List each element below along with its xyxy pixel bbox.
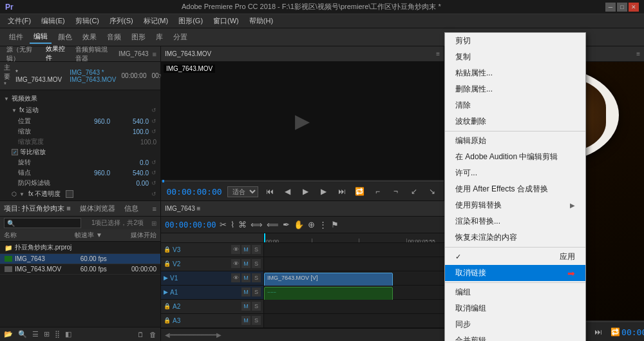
scale-label[interactable]: 缩放: [18, 127, 110, 136]
new-bin-button[interactable]: 📂: [3, 329, 14, 340]
workspace-tab-assembly[interactable]: 组件: [5, 31, 27, 43]
source-overwrite[interactable]: ↘: [426, 185, 439, 198]
ctx-replace-clip[interactable]: 使用剪辑替换▶: [445, 197, 585, 213]
info-tab[interactable]: 信息: [124, 204, 138, 213]
ctx-after-effects[interactable]: 使用 After Effects 合成替换: [445, 181, 585, 197]
ctx-sync[interactable]: 同步: [445, 317, 585, 333]
timeline-markers[interactable]: ⚑: [331, 220, 339, 229]
workspace-tab-audio[interactable]: 音频: [103, 31, 125, 43]
workspace-tab-color[interactable]: 颜色: [54, 31, 76, 43]
ctx-edit-audition[interactable]: 在 Adobe Audition 中编辑剪辑: [445, 149, 585, 165]
v1-select[interactable]: ▶: [164, 275, 168, 281]
ctx-group[interactable]: 编组: [445, 284, 585, 300]
v2-visibility[interactable]: 👁: [231, 259, 240, 268]
a2-lock[interactable]: 🔒: [164, 303, 171, 309]
rotation-value[interactable]: 0.0: [110, 159, 149, 166]
ctx-edit-original[interactable]: 编辑原始: [445, 133, 585, 149]
subclip-name[interactable]: IMG_7643 * IMG_7643.MOV: [70, 69, 116, 83]
menu-sequence[interactable]: 序列(S): [104, 15, 138, 27]
ctx-ripple-delete[interactable]: 波纹删除: [445, 113, 585, 130]
media-browser-tab[interactable]: 媒体浏览器: [80, 204, 115, 213]
anchor-label[interactable]: 锚点: [18, 168, 71, 177]
scale-reset[interactable]: ↺: [151, 128, 156, 135]
ctx-unlink[interactable]: 取消链接 ➡: [445, 265, 585, 281]
a3-solo[interactable]: S: [252, 316, 261, 325]
v3-solo[interactable]: S: [252, 245, 261, 254]
timeline-snap[interactable]: ⋮: [319, 220, 327, 229]
clip-name[interactable]: * IMG_7643.MOV: [15, 69, 62, 83]
minimize-button[interactable]: ─: [605, 3, 616, 12]
ctx-ungroup[interactable]: 取消编组: [445, 300, 585, 317]
close-button[interactable]: ✕: [629, 3, 639, 12]
rotation-label[interactable]: 旋转: [18, 158, 110, 167]
position-reset[interactable]: ↺: [151, 118, 156, 124]
motion-section[interactable]: ▼ fx 运动 ↺: [3, 104, 158, 116]
source-playhead[interactable]: [162, 180, 164, 182]
v1-solo[interactable]: S: [252, 273, 261, 282]
opacity-reset[interactable]: ↺: [151, 191, 156, 197]
source-play[interactable]: ▶: [299, 185, 312, 198]
a2-mute[interactable]: M: [242, 302, 251, 311]
antiflicker-value[interactable]: 0.00: [110, 180, 149, 187]
source-mark-in[interactable]: ⌐: [372, 185, 384, 198]
program-monitor-menu[interactable]: ≡: [636, 50, 640, 57]
delete-button[interactable]: 🗑: [148, 329, 158, 340]
workspace-tab-editing[interactable]: 编辑: [30, 30, 52, 44]
workspace-tab-graphics[interactable]: 图形: [128, 31, 149, 43]
timeline-slide[interactable]: ⟸: [267, 220, 279, 229]
panel-menu-icon[interactable]: ≡: [153, 50, 156, 58]
project-folder-row[interactable]: 📁 扑豆角炒肉末.prproj: [0, 242, 160, 254]
source-monitor-menu[interactable]: ≡: [436, 50, 440, 57]
workspace-tab-library[interactable]: 库: [152, 31, 167, 43]
antiflicker-label[interactable]: 防闪烁滤镜: [18, 179, 110, 188]
rotation-reset[interactable]: ↺: [151, 159, 156, 166]
ctx-copy[interactable]: 复制: [445, 49, 585, 65]
anchor-x[interactable]: 960.0: [71, 170, 110, 177]
source-step-back[interactable]: ◀: [281, 185, 294, 198]
v2-mute[interactable]: M: [242, 259, 251, 268]
project-search-input[interactable]: [4, 218, 81, 228]
timeline-pen[interactable]: ✒: [283, 220, 290, 229]
motion-reset[interactable]: ↺: [151, 107, 156, 113]
v1-visibility[interactable]: 👁: [231, 273, 240, 282]
timeline-scissors[interactable]: ✂: [220, 220, 227, 229]
ctx-render-replace[interactable]: 渲染和替换...: [445, 213, 585, 229]
proportional-checkbox[interactable]: [12, 149, 18, 155]
restore-button[interactable]: □: [617, 3, 627, 12]
source-fit-select[interactable]: 适合: [227, 186, 258, 197]
search-bin-button[interactable]: 🔍: [17, 329, 28, 340]
anchor-reset[interactable]: ↺: [151, 170, 156, 176]
source-tab[interactable]: 源（无剪辑）: [4, 44, 39, 64]
source-loop[interactable]: 🔁: [354, 185, 366, 198]
timeline-hand[interactable]: ✋: [294, 220, 304, 229]
ctx-restore-unrendered[interactable]: 恢复未渲染的内容: [445, 229, 585, 246]
v3-visibility[interactable]: 👁: [231, 245, 240, 254]
workspace-tab-split[interactable]: 分置: [169, 31, 191, 43]
source-play-back[interactable]: ⏮: [263, 185, 276, 198]
ctx-paste-attr[interactable]: 粘贴属性...: [445, 65, 585, 81]
a1-track-content[interactable]: ~~~: [264, 286, 453, 300]
a2-track-content[interactable]: [264, 300, 453, 314]
source-insert[interactable]: ↙: [408, 185, 421, 198]
source-play-end[interactable]: ⏭: [336, 185, 348, 198]
timeline-ripple[interactable]: ⌇: [231, 220, 234, 229]
a1-solo[interactable]: S: [252, 287, 261, 297]
program-play-end[interactable]: ⏭: [592, 326, 605, 338]
icon-view-button[interactable]: ⊞: [43, 329, 51, 340]
antiflicker-reset[interactable]: ↺: [151, 180, 156, 186]
a2-solo[interactable]: S: [252, 302, 261, 311]
menu-window[interactable]: 窗口(W): [208, 15, 244, 27]
menu-edit[interactable]: 编辑(E): [36, 15, 70, 27]
video-effects-section[interactable]: ▼ 视频效果: [3, 93, 158, 104]
v1-mute[interactable]: M: [242, 273, 251, 282]
scale-value[interactable]: 100.0: [110, 128, 149, 135]
menu-help[interactable]: 帮助(H): [244, 15, 278, 27]
source-progress-bar[interactable]: [161, 180, 444, 182]
menu-graphics[interactable]: 图形(G): [173, 15, 208, 27]
timeline-ruler[interactable]: 00:00 00:00:05:55: [264, 233, 453, 243]
project-panel-menu[interactable]: ≡: [153, 205, 156, 213]
timeline-roll[interactable]: ⌘: [238, 220, 247, 229]
v1-track-content[interactable]: IMG_7643.MOV [V]: [264, 271, 453, 286]
ctx-license[interactable]: 许可...: [445, 165, 585, 181]
source-step-forward[interactable]: ▶: [317, 185, 330, 198]
